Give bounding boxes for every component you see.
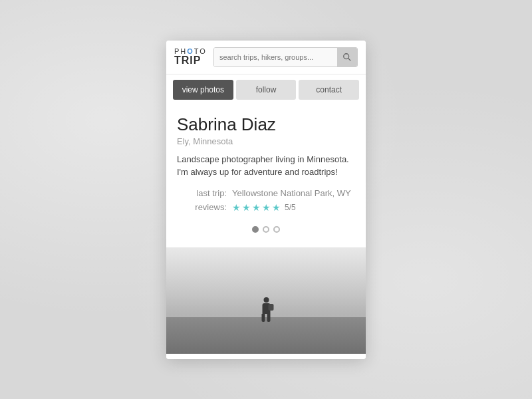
logo: PHOTO TRIP bbox=[174, 48, 207, 66]
profile-location: Ely, Minnesota bbox=[177, 136, 355, 146]
person-head bbox=[263, 297, 269, 303]
star-4: ★ bbox=[262, 202, 271, 213]
dot-1[interactable] bbox=[252, 226, 259, 233]
person-legs bbox=[262, 314, 271, 322]
bottom-bar bbox=[166, 354, 366, 359]
star-rating: ★ ★ ★ ★ ★ 5/5 bbox=[232, 202, 296, 213]
profile-stats: last trip: Yellowstone National Park, WY… bbox=[177, 188, 355, 213]
logo-trip-line: TRIP bbox=[174, 55, 207, 66]
person-body bbox=[262, 303, 270, 314]
star-1: ★ bbox=[232, 202, 241, 213]
reviews-row: reviews: ★ ★ ★ ★ ★ 5/5 bbox=[177, 202, 355, 213]
star-3: ★ bbox=[252, 202, 261, 213]
phone-card: PHOTO TRIP view photos follow contact Sa… bbox=[166, 41, 366, 359]
person-leg-right bbox=[267, 314, 271, 322]
person-silhouette bbox=[262, 297, 271, 322]
pagination-dots bbox=[177, 222, 355, 241]
follow-tab[interactable]: follow bbox=[236, 80, 297, 100]
view-photos-tab[interactable]: view photos bbox=[173, 80, 233, 100]
search-bar[interactable] bbox=[213, 47, 358, 67]
last-trip-label: last trip: bbox=[177, 188, 227, 198]
star-2: ★ bbox=[242, 202, 251, 213]
last-trip-value: Yellowstone National Park, WY bbox=[232, 188, 351, 198]
person-backpack bbox=[268, 304, 273, 311]
dot-3[interactable] bbox=[273, 226, 280, 233]
search-input[interactable] bbox=[214, 48, 337, 66]
dot-2[interactable] bbox=[263, 226, 269, 233]
photo-background bbox=[166, 247, 366, 354]
tab-buttons: view photos follow contact bbox=[166, 74, 366, 105]
contact-tab[interactable]: contact bbox=[299, 80, 359, 100]
star-5: ★ bbox=[272, 202, 281, 213]
reviews-label: reviews: bbox=[177, 202, 227, 212]
photo-ground bbox=[166, 317, 366, 354]
header: PHOTO TRIP bbox=[166, 41, 366, 74]
profile-bio: Landscape photographer living in Minneso… bbox=[177, 153, 355, 179]
svg-line-1 bbox=[348, 58, 351, 61]
reviews-score: 5/5 bbox=[285, 203, 296, 212]
photo-section bbox=[166, 247, 366, 354]
search-button[interactable] bbox=[337, 47, 357, 67]
profile-name: Sabrina Diaz bbox=[177, 114, 355, 135]
profile-content: Sabrina Diaz Ely, Minnesota Landscape ph… bbox=[166, 105, 366, 247]
person-leg-left bbox=[262, 314, 265, 322]
search-icon bbox=[342, 53, 352, 62]
last-trip-row: last trip: Yellowstone National Park, WY bbox=[177, 188, 355, 198]
svg-point-0 bbox=[344, 53, 349, 59]
